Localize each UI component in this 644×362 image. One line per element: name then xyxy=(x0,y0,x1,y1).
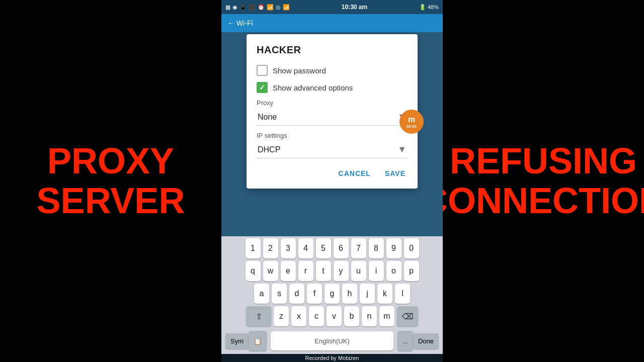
right-line2: CONNECTION xyxy=(422,180,644,221)
status-icons-left: ▦ ◉ 📱 ⬛ ⏰ 📶 ◎ 📶 xyxy=(225,4,290,11)
save-button[interactable]: SAVE xyxy=(383,166,408,180)
key-7[interactable]: 7 xyxy=(351,238,366,258)
mobizen-timer: 00:51 xyxy=(407,124,417,129)
show-password-checkbox[interactable] xyxy=(257,65,268,76)
show-password-label: Show password xyxy=(273,66,326,75)
key-backspace[interactable]: ⌫ xyxy=(397,306,418,326)
mobizen-badge: m 00:51 xyxy=(399,110,424,134)
wifi-header: ← Wi-Fi xyxy=(221,14,443,32)
key-i[interactable]: i xyxy=(369,261,384,281)
key-l[interactable]: l xyxy=(395,284,410,304)
ip-settings-label: IP settings xyxy=(257,132,408,139)
key-j[interactable]: j xyxy=(360,284,375,304)
key-q[interactable]: q xyxy=(246,261,261,281)
key-1[interactable]: 1 xyxy=(246,238,261,258)
keyboard-row-numbers: 1 2 3 4 5 6 7 8 9 0 xyxy=(221,238,443,258)
dialog-title: HACKER xyxy=(257,44,408,56)
key-done[interactable]: Done xyxy=(413,333,439,349)
key-sym[interactable]: Sym xyxy=(225,333,249,349)
status-icon-5: ⏰ xyxy=(258,4,265,11)
proxy-value: None xyxy=(258,113,277,122)
status-icon-3: 📱 xyxy=(239,4,247,11)
left-panel: PROXY SERVER xyxy=(0,0,221,362)
show-advanced-options-checkbox[interactable] xyxy=(257,82,268,93)
key-k[interactable]: k xyxy=(377,284,392,304)
key-u[interactable]: u xyxy=(351,261,366,281)
show-password-row[interactable]: Show password xyxy=(257,65,408,76)
status-time: 10:30 am xyxy=(342,4,367,11)
key-5[interactable]: 5 xyxy=(316,238,331,258)
status-icon-signal: 📶 xyxy=(283,4,290,11)
dialog-actions: CANCEL SAVE xyxy=(257,164,408,180)
right-panel: REFUSING CONNECTION xyxy=(443,0,644,362)
key-f[interactable]: f xyxy=(307,284,322,304)
key-x[interactable]: x xyxy=(291,306,306,326)
status-icon-1: ▦ xyxy=(225,4,230,11)
key-p[interactable]: p xyxy=(404,261,419,281)
key-a[interactable]: a xyxy=(254,284,269,304)
key-3[interactable]: 3 xyxy=(281,238,296,258)
key-m[interactable]: m xyxy=(379,306,394,326)
battery-percent: 48% xyxy=(428,4,439,10)
key-ellipsis[interactable]: ... xyxy=(397,331,413,351)
keyboard-row-zxcv: ⇧ z x c v b n m ⌫ xyxy=(221,306,443,326)
key-h[interactable]: h xyxy=(342,284,357,304)
right-line1: REFUSING xyxy=(450,141,637,181)
ip-settings-value: DHCP xyxy=(258,145,280,154)
ip-settings-dropdown[interactable]: DHCP ▼ xyxy=(257,141,408,158)
key-9[interactable]: 9 xyxy=(386,238,401,258)
key-e[interactable]: e xyxy=(281,261,296,281)
right-text: REFUSING CONNECTION xyxy=(422,141,644,221)
key-2[interactable]: 2 xyxy=(263,238,278,258)
key-s[interactable]: s xyxy=(272,284,287,304)
key-d[interactable]: d xyxy=(289,284,304,304)
key-6[interactable]: 6 xyxy=(334,238,349,258)
left-line2: SERVER xyxy=(37,180,185,221)
status-icon-4: ⬛ xyxy=(249,4,256,11)
keyboard-row-asdf: a s d f g h j k l xyxy=(221,284,443,304)
dialog: m 00:51 HACKER Show password Show advanc… xyxy=(247,34,418,189)
mobizen-letter: m xyxy=(408,115,415,124)
status-icon-wifi: 📶 xyxy=(267,4,274,11)
status-icons-right: 🔋 48% xyxy=(419,4,439,11)
key-g[interactable]: g xyxy=(325,284,340,304)
key-shift[interactable]: ⇧ xyxy=(246,306,271,326)
phone-area: ▦ ◉ 📱 ⬛ ⏰ 📶 ◎ 📶 10:30 am 🔋 48% ← Wi-Fi m… xyxy=(221,0,443,362)
show-advanced-options-row[interactable]: Show advanced options xyxy=(257,82,408,93)
key-w[interactable]: w xyxy=(263,261,278,281)
key-c[interactable]: c xyxy=(309,306,324,326)
key-v[interactable]: v xyxy=(327,306,342,326)
wifi-header-icon: ← Wi-Fi xyxy=(227,19,253,27)
key-b[interactable]: b xyxy=(344,306,359,326)
key-4[interactable]: 4 xyxy=(298,238,313,258)
status-icon-6: ◎ xyxy=(276,4,281,11)
battery-icon: 🔋 xyxy=(419,4,426,11)
key-clipboard[interactable]: 📋 xyxy=(249,331,267,351)
status-icon-2: ◉ xyxy=(232,4,237,11)
recorded-bar: Recorded by Mobizen xyxy=(221,354,443,362)
show-advanced-options-label: Show advanced options xyxy=(273,83,353,92)
proxy-label: Proxy xyxy=(257,99,408,107)
proxy-dropdown[interactable]: None ▼ xyxy=(257,109,408,126)
key-8[interactable]: 8 xyxy=(369,238,384,258)
key-z[interactable]: z xyxy=(274,306,289,326)
ip-settings-arrow-icon: ▼ xyxy=(397,144,407,155)
keyboard: 1 2 3 4 5 6 7 8 9 0 q w e r t y u i o p … xyxy=(221,236,443,354)
status-bar: ▦ ◉ 📱 ⬛ ⏰ 📶 ◎ 📶 10:30 am 🔋 48% xyxy=(221,0,443,14)
key-0[interactable]: 0 xyxy=(404,238,419,258)
keyboard-row-qwerty: q w e r t y u i o p xyxy=(221,261,443,281)
key-o[interactable]: o xyxy=(386,261,401,281)
key-spacebar[interactable]: English(UK) xyxy=(271,331,393,350)
key-t[interactable]: t xyxy=(316,261,331,281)
key-n[interactable]: n xyxy=(362,306,377,326)
key-y[interactable]: y xyxy=(334,261,349,281)
key-r[interactable]: r xyxy=(298,261,313,281)
cancel-button[interactable]: CANCEL xyxy=(337,166,373,180)
left-text: PROXY SERVER xyxy=(37,141,185,221)
keyboard-bottom-row: Sym 📋 English(UK) ... Done xyxy=(221,329,443,353)
left-line1: PROXY xyxy=(47,141,174,181)
